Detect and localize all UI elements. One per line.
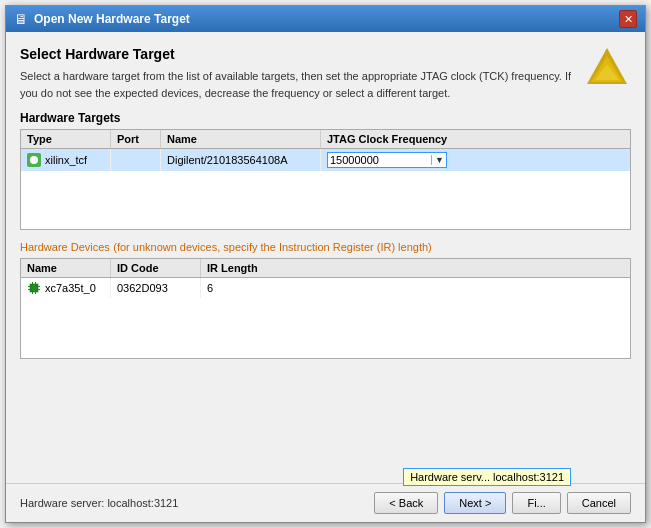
main-window: 🖥 Open New Hardware Target ✕ Select Hard… <box>5 5 646 523</box>
svg-rect-7 <box>38 286 40 287</box>
hardware-targets-table: Type Port Name JTAG Clock Frequency xili… <box>20 129 631 230</box>
device-chip-icon <box>27 281 41 295</box>
row-type: xilinx_tcf <box>21 149 111 171</box>
svg-rect-9 <box>32 282 33 284</box>
button-group: Hardware serv... localhost:3121 < Back N… <box>374 492 631 514</box>
dev-col-irlength: IR Length <box>201 259 630 277</box>
devices-table-body: xc7a35t_0 0362D093 6 <box>21 278 630 358</box>
freq-dropdown-arrow[interactable]: ▼ <box>431 155 444 165</box>
hardware-devices-section: Hardware Devices (for unknown devices, s… <box>20 240 631 469</box>
window-title: Open New Hardware Target <box>34 12 190 26</box>
type-icon <box>27 153 41 167</box>
svg-rect-11 <box>32 292 33 294</box>
main-content: Select Hardware Target Select a hardware… <box>6 32 645 483</box>
title-bar: 🖥 Open New Hardware Target ✕ <box>6 6 645 32</box>
svg-rect-8 <box>38 289 40 290</box>
tooltip-box: Hardware serv... localhost:3121 <box>403 468 571 486</box>
hardware-devices-label: Hardware Devices (for unknown devices, s… <box>20 240 631 254</box>
col-type: Type <box>21 130 111 148</box>
hardware-targets-label: Hardware Targets <box>20 111 631 125</box>
header-description: Select a hardware target from the list o… <box>20 68 573 101</box>
xilinx-logo <box>583 46 631 94</box>
row-freq[interactable]: 15000000 ▼ <box>321 149 630 171</box>
svg-point-3 <box>30 156 38 164</box>
table-row[interactable]: xc7a35t_0 0362D093 6 <box>21 278 630 298</box>
next-button[interactable]: Next > <box>444 492 506 514</box>
col-jtag-freq: JTAG Clock Frequency <box>321 130 630 148</box>
targets-table-body: xilinx_tcf Digilent/210183564108A 150000… <box>21 149 630 229</box>
svg-rect-10 <box>35 282 36 284</box>
table-row[interactable]: xilinx_tcf Digilent/210183564108A 150000… <box>21 149 630 171</box>
finish-button[interactable]: Fi... <box>512 492 560 514</box>
server-info: Hardware server: localhost:3121 <box>20 497 178 509</box>
page-title: Select Hardware Target <box>20 46 573 62</box>
title-bar-left: 🖥 Open New Hardware Target <box>14 11 190 27</box>
hardware-devices-table: Name ID Code IR Length <box>20 258 631 359</box>
svg-rect-6 <box>28 289 30 290</box>
cancel-button[interactable]: Cancel <box>567 492 631 514</box>
targets-table-header: Type Port Name JTAG Clock Frequency <box>21 130 630 149</box>
svg-rect-4 <box>30 284 38 292</box>
svg-rect-5 <box>28 286 30 287</box>
row-name: Digilent/210183564108A <box>161 149 321 171</box>
dev-row-idcode: 0362D093 <box>111 278 201 298</box>
freq-value: 15000000 <box>330 154 431 166</box>
svg-rect-12 <box>35 292 36 294</box>
dev-col-idcode: ID Code <box>111 259 201 277</box>
col-port: Port <box>111 130 161 148</box>
header-text: Select Hardware Target Select a hardware… <box>20 46 573 101</box>
dev-row-name: xc7a35t_0 <box>21 278 111 298</box>
col-name: Name <box>161 130 321 148</box>
row-port <box>111 149 161 171</box>
close-button[interactable]: ✕ <box>619 10 637 28</box>
dev-row-irlength: 6 <box>201 278 630 298</box>
freq-dropdown[interactable]: 15000000 ▼ <box>327 152 447 168</box>
devices-table-header: Name ID Code IR Length <box>21 259 630 278</box>
header-section: Select Hardware Target Select a hardware… <box>20 46 631 101</box>
hardware-targets-section: Hardware Targets Type Port Name JTAG Clo… <box>20 111 631 230</box>
back-button[interactable]: < Back <box>374 492 438 514</box>
footer: Hardware server: localhost:3121 Hardware… <box>6 483 645 522</box>
dev-col-name: Name <box>21 259 111 277</box>
window-icon: 🖥 <box>14 11 28 27</box>
